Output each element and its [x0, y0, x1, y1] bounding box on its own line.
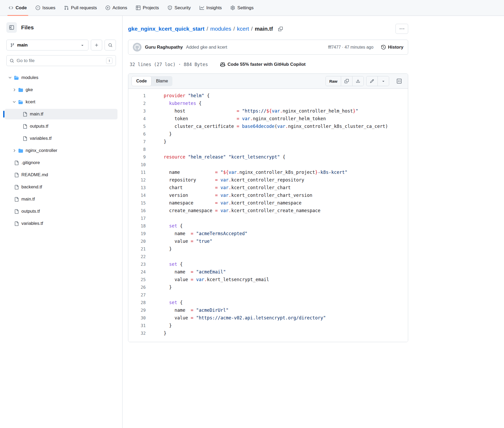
- code-line: 16 create_namespace = var.kcert_controll…: [128, 207, 408, 215]
- line-number[interactable]: 13: [128, 184, 149, 192]
- line-number[interactable]: 10: [128, 161, 149, 169]
- tab-actions[interactable]: Actions: [103, 0, 130, 16]
- breadcrumb-repo-link[interactable]: gke_nginx_kcert_quick_start: [128, 26, 204, 32]
- file-options-button[interactable]: [395, 24, 408, 34]
- line-number[interactable]: 6: [128, 130, 149, 138]
- edit-file-button[interactable]: [366, 76, 378, 86]
- line-number[interactable]: 17: [128, 215, 149, 222]
- go-to-file-box[interactable]: t: [6, 55, 116, 66]
- line-number[interactable]: 2: [128, 100, 149, 107]
- copilot-banner[interactable]: Code 55% faster with GitHub Copilot: [220, 62, 306, 67]
- line-number[interactable]: 9: [128, 153, 149, 161]
- line-number[interactable]: 31: [128, 322, 149, 329]
- file-icon: [23, 124, 27, 129]
- tree-item-outputs-tf[interactable]: outputs.tf: [5, 121, 117, 132]
- collapse-sidebar-button[interactable]: [6, 22, 17, 33]
- file-icon: [14, 221, 19, 226]
- line-content: [149, 215, 408, 222]
- line-number[interactable]: 11: [128, 169, 149, 176]
- edit-dropdown-button[interactable]: [378, 76, 389, 86]
- tree-item-variables-tf[interactable]: variables.tf: [5, 133, 117, 144]
- line-number[interactable]: 7: [128, 138, 149, 146]
- code-line: 32}: [128, 329, 408, 337]
- tree-item-gke[interactable]: gke: [5, 85, 117, 95]
- line-number[interactable]: 4: [128, 115, 149, 123]
- line-number[interactable]: 22: [128, 253, 149, 260]
- code-square-icon: [397, 79, 402, 83]
- issue-opened-icon: [36, 6, 40, 10]
- tree-item-outputs-tf[interactable]: outputs.tf: [5, 206, 117, 217]
- line-content: cluster_ca_certificate = base64decode(va…: [149, 123, 408, 130]
- line-number[interactable]: 1: [128, 92, 149, 100]
- file-icon: [23, 136, 27, 141]
- tab-insights[interactable]: Insights: [197, 0, 225, 16]
- line-number[interactable]: 28: [128, 299, 149, 306]
- breadcrumb-modules-link[interactable]: modules: [210, 26, 231, 32]
- line-number[interactable]: 29: [128, 306, 149, 314]
- line-number[interactable]: 5: [128, 123, 149, 130]
- commit-sha-and-time[interactable]: fff7477 · 47 minutes ago: [328, 45, 373, 50]
- tree-item-variables-tf[interactable]: variables.tf: [5, 218, 117, 229]
- commit-message[interactable]: Added gke and kcert: [186, 45, 227, 50]
- avatar[interactable]: [133, 43, 142, 52]
- breadcrumb-kcert-link[interactable]: kcert: [237, 26, 249, 32]
- tab-issues[interactable]: Issues: [33, 0, 58, 16]
- line-number[interactable]: 18: [128, 222, 149, 230]
- line-number[interactable]: 8: [128, 146, 149, 153]
- symbols-panel-button[interactable]: [394, 76, 405, 86]
- line-number[interactable]: 30: [128, 314, 149, 322]
- tree-item-gitignore[interactable]: .gitignore: [5, 157, 117, 168]
- line-number[interactable]: 15: [128, 199, 149, 207]
- tree-item-label: main.tf: [21, 197, 35, 202]
- line-number[interactable]: 27: [128, 291, 149, 299]
- line-content: [149, 253, 408, 260]
- line-number[interactable]: 12: [128, 176, 149, 184]
- tab-settings[interactable]: Settings: [228, 0, 256, 16]
- search-this-repo-button[interactable]: [105, 40, 116, 50]
- new-file-button[interactable]: [91, 40, 102, 50]
- tab-security[interactable]: Security: [165, 0, 194, 16]
- tab-projects[interactable]: Projects: [133, 0, 162, 16]
- raw-button[interactable]: Raw: [326, 76, 341, 86]
- tree-item-modules[interactable]: modules: [5, 72, 117, 83]
- breadcrumb-separator: /: [251, 26, 253, 32]
- current-branch-label: main: [17, 43, 28, 48]
- line-number[interactable]: 20: [128, 238, 149, 245]
- line-number[interactable]: 23: [128, 260, 149, 268]
- line-content: }: [149, 138, 408, 146]
- line-number[interactable]: 19: [128, 230, 149, 238]
- tab-code[interactable]: Code: [6, 0, 30, 16]
- tree-item-main-tf[interactable]: main.tf: [5, 109, 117, 119]
- branch-selector[interactable]: main: [6, 40, 88, 50]
- code-line: 1provider "helm" {: [128, 92, 408, 100]
- line-number[interactable]: 14: [128, 192, 149, 199]
- tree-item-readme-md[interactable]: README.md: [5, 170, 117, 180]
- line-content: name = "acmeTermsAccepted": [149, 230, 408, 238]
- line-number[interactable]: 3: [128, 107, 149, 115]
- line-number[interactable]: 16: [128, 207, 149, 215]
- history-button[interactable]: History: [381, 45, 403, 50]
- line-number[interactable]: 32: [128, 329, 149, 337]
- line-number[interactable]: 25: [128, 276, 149, 283]
- line-number[interactable]: 21: [128, 245, 149, 253]
- tree-item-main-tf[interactable]: main.tf: [5, 194, 117, 204]
- chevron-right-icon: [12, 88, 16, 92]
- tree-item-backend-tf[interactable]: backend.tf: [5, 182, 117, 192]
- history-clock-icon: [381, 45, 386, 49]
- code-line: 11 name = "${var.nginx_controller_k8s_pr…: [128, 169, 408, 176]
- commit-author[interactable]: Guru Raghupathy: [145, 45, 183, 50]
- tab-pull-requests[interactable]: Pull requests: [61, 0, 100, 16]
- go-to-file-input[interactable]: [17, 58, 103, 63]
- tab-blame-view[interactable]: Blame: [152, 76, 172, 86]
- copy-path-button[interactable]: [278, 27, 283, 31]
- line-content: token = var.nginx_controller_helm_token: [149, 115, 408, 123]
- tree-item-kcert[interactable]: kcert: [5, 97, 117, 107]
- tree-item-nginx-controller[interactable]: nginx_controller: [5, 145, 117, 156]
- line-number[interactable]: 26: [128, 283, 149, 291]
- tree-item-label: modules: [21, 75, 38, 80]
- line-number[interactable]: 24: [128, 268, 149, 276]
- tab-code-view[interactable]: Code: [131, 76, 152, 86]
- copy-file-button[interactable]: [341, 76, 352, 86]
- download-raw-button[interactable]: [352, 76, 364, 86]
- file-toolbar: Code Blame Raw: [128, 74, 408, 89]
